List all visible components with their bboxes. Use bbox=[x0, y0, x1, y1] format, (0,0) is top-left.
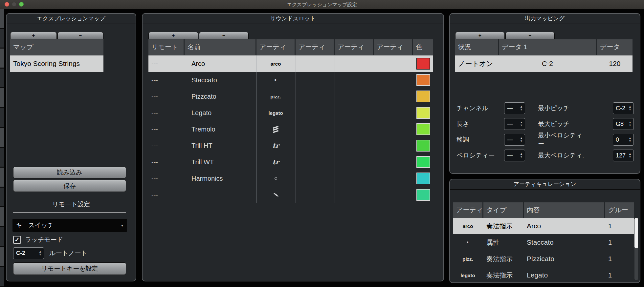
field-stepper[interactable]: 127▲▼ bbox=[613, 150, 634, 161]
sound-slot-row[interactable]: ---Trill WTtr bbox=[148, 154, 433, 170]
add-map-button[interactable]: + bbox=[10, 32, 57, 39]
output-column-header: 状況 bbox=[455, 39, 498, 55]
articulations-panel: アーティキュレーション アーティタイプ内容グルー arco奏法指示Arco1·属… bbox=[449, 179, 640, 283]
sound-slot-row[interactable]: ---Pizzcatopizz. bbox=[148, 88, 433, 105]
color-swatch[interactable] bbox=[416, 74, 430, 86]
save-button[interactable]: 保存 bbox=[13, 180, 126, 192]
articulation-group: 1 bbox=[605, 267, 634, 283]
slot-remote-value: --- bbox=[148, 121, 184, 137]
field-label: チャンネル bbox=[456, 104, 504, 113]
slot-articulation-cell bbox=[296, 137, 334, 154]
load-button[interactable]: 読み込み bbox=[13, 167, 126, 178]
field-stepper[interactable]: C-2▲▼ bbox=[613, 102, 634, 114]
stepper-arrows[interactable]: ▲▼ bbox=[629, 121, 632, 127]
articulations-scrollbar-thumb[interactable] bbox=[634, 218, 638, 248]
field-stepper[interactable]: ---▲▼ bbox=[504, 118, 525, 130]
articulation-row[interactable]: pizz.奏法指示Pizzicato1 bbox=[453, 251, 634, 267]
field-label: 最大ベロシティ. bbox=[538, 151, 585, 160]
sound-slot-column-header: アーティ bbox=[256, 39, 295, 55]
color-swatch[interactable] bbox=[416, 107, 430, 119]
stepper-down-icon[interactable]: ▼ bbox=[629, 155, 632, 158]
sound-slot-row[interactable]: ---Staccato· bbox=[148, 72, 433, 88]
remove-output-button[interactable]: − bbox=[505, 32, 555, 39]
stepper-down-icon[interactable]: ▼ bbox=[629, 124, 632, 127]
sound-slot-column-header: アーティ bbox=[335, 39, 373, 55]
stepper-arrows[interactable]: ▲▼ bbox=[520, 137, 523, 143]
stepper-arrows[interactable]: ▲▼ bbox=[520, 105, 523, 111]
expression-map-panel-title: エクスプレッションマップ bbox=[7, 14, 136, 24]
stepper-down-icon[interactable]: ▼ bbox=[520, 155, 523, 158]
color-swatch[interactable] bbox=[416, 58, 430, 70]
field-value: --- bbox=[507, 121, 513, 128]
stepper-arrows[interactable]: ▲▼ bbox=[520, 153, 523, 158]
sound-slot-row[interactable]: ---Legatolegato bbox=[148, 105, 433, 121]
stepper-arrows[interactable]: ▲▼ bbox=[520, 121, 523, 127]
remove-map-button[interactable]: − bbox=[57, 32, 103, 39]
remote-settings-title: リモート設定 bbox=[7, 200, 136, 209]
expression-map-panel: エクスプレッションマップ + − マップ Tokyo Scoring Strin… bbox=[6, 13, 136, 281]
stepper-arrows[interactable]: ▲▼ bbox=[629, 105, 632, 111]
slot-color-cell bbox=[413, 55, 433, 72]
field-label: 移調 bbox=[456, 135, 504, 144]
stepper-arrows[interactable]: ▲▼ bbox=[629, 153, 632, 158]
add-output-button[interactable]: + bbox=[455, 32, 505, 39]
field-stepper[interactable]: ---▲▼ bbox=[504, 134, 525, 146]
slot-color-cell bbox=[413, 170, 433, 187]
stepper-down-icon[interactable]: ▼ bbox=[629, 140, 632, 143]
field-label: 最小ピッチ bbox=[538, 104, 585, 113]
sound-slot-column-header: 名前 bbox=[185, 39, 255, 55]
color-swatch[interactable] bbox=[416, 91, 430, 102]
articulation-row[interactable]: ·属性Staccato1 bbox=[453, 234, 634, 251]
articulation-text: pizz. bbox=[270, 94, 281, 99]
articulation-symbol: legato bbox=[453, 267, 482, 283]
field-value: 0 bbox=[616, 136, 619, 143]
field-stepper[interactable]: ---▲▼ bbox=[504, 102, 525, 114]
trill-icon: tr bbox=[273, 142, 279, 150]
sound-slot-row[interactable]: ---Harmonics bbox=[148, 170, 433, 187]
root-note-stepper[interactable]: C-2 ▲▼ bbox=[13, 247, 44, 259]
field-stepper[interactable]: G8▲▼ bbox=[613, 118, 634, 130]
slot-articulation-cell bbox=[374, 88, 412, 105]
stepper-down-icon[interactable]: ▼ bbox=[39, 253, 42, 256]
sound-slot-row[interactable]: ---Arcoarco bbox=[148, 55, 433, 72]
articulation-row[interactable]: arco奏法指示Arco1 bbox=[453, 218, 634, 234]
sound-slot-row[interactable]: ---Tremolo bbox=[148, 121, 433, 137]
slot-articulation-cell bbox=[374, 187, 412, 203]
color-swatch[interactable] bbox=[416, 189, 430, 201]
slot-articulation-cell bbox=[296, 72, 334, 88]
field-label: 最大ピッチ bbox=[538, 120, 585, 128]
color-swatch[interactable] bbox=[416, 156, 430, 168]
field-label: 長さ bbox=[456, 120, 504, 128]
slot-articulation-cell bbox=[256, 170, 295, 187]
color-swatch[interactable] bbox=[416, 123, 430, 135]
sound-slot-row[interactable]: --- bbox=[148, 187, 433, 203]
remove-slot-button[interactable]: − bbox=[199, 32, 249, 39]
window-title: エクスプレッションマップ設定 bbox=[0, 0, 644, 9]
slot-color-cell bbox=[413, 121, 433, 137]
stepper-down-icon[interactable]: ▼ bbox=[520, 108, 523, 111]
set-remote-keys-button[interactable]: リモートキーを設定 bbox=[13, 262, 126, 275]
stepper-arrows[interactable]: ▲▼ bbox=[629, 137, 632, 143]
stepper-arrows[interactable]: ▲▼ bbox=[39, 250, 42, 256]
stepper-down-icon[interactable]: ▼ bbox=[629, 108, 632, 111]
color-swatch[interactable] bbox=[416, 173, 430, 184]
field-stepper[interactable]: 0▲▼ bbox=[613, 134, 634, 146]
color-swatch[interactable] bbox=[416, 140, 430, 152]
slot-articulation-cell: arco bbox=[256, 55, 295, 72]
sound-slots-panel: サウンドスロット + − リモート名前アーティアーティアーティアーティ色 ---… bbox=[142, 13, 444, 281]
field-stepper[interactable]: ---▲▼ bbox=[504, 150, 525, 161]
slot-articulation-cell: · bbox=[256, 72, 295, 88]
sound-slot-row[interactable]: ---Trill HTtr bbox=[148, 137, 433, 154]
map-list-item[interactable]: Tokyo Scoring Strings bbox=[10, 55, 103, 72]
articulation-type: 奏法指示 bbox=[483, 218, 523, 234]
articulation-row[interactable]: legato奏法指示Legato1 bbox=[453, 267, 634, 283]
output-mapping-row[interactable]: ノートオンC-2120 bbox=[455, 55, 633, 72]
slot-articulation-cell bbox=[374, 121, 412, 137]
stepper-down-icon[interactable]: ▼ bbox=[520, 140, 523, 143]
slot-name: Pizzcato bbox=[185, 88, 255, 105]
latch-mode-checkbox[interactable]: ✓ bbox=[13, 236, 21, 244]
field-value: 127 bbox=[616, 152, 626, 159]
remote-trigger-select[interactable]: キースイッチ ▼ bbox=[12, 219, 127, 232]
add-slot-button[interactable]: + bbox=[148, 32, 198, 39]
stepper-down-icon[interactable]: ▼ bbox=[520, 124, 523, 127]
